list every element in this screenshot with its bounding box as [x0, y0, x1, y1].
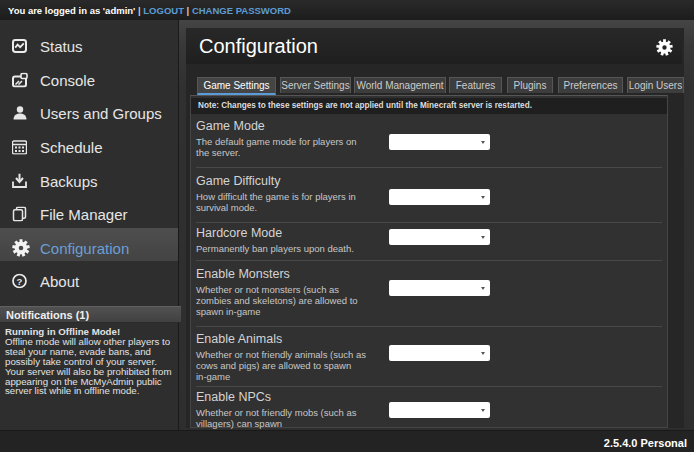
svg-text:?: ? — [17, 276, 23, 287]
